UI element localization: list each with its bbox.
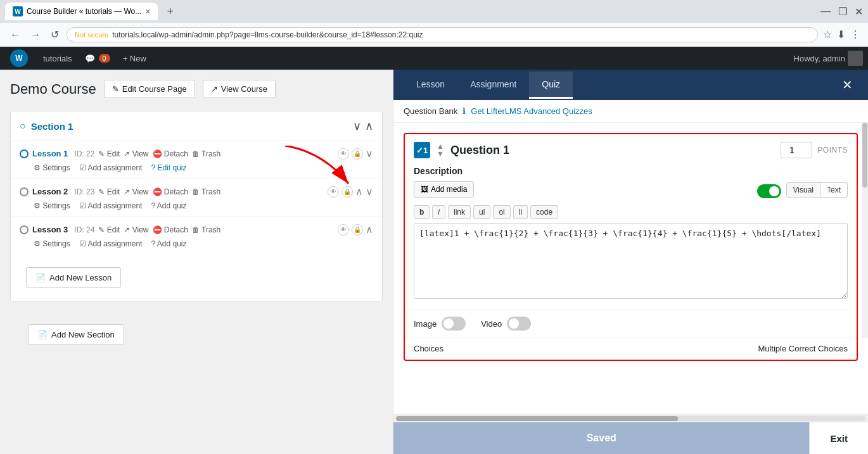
image-toggle[interactable] [442, 317, 466, 331]
address-input[interactable]: Not secure tutorials.local/wp-admin/admi… [67, 27, 818, 42]
wp-logo-item[interactable]: W [5, 47, 35, 70]
lesson-visibility-icon[interactable]: 👁 [328, 186, 339, 198]
section-collapse-icon[interactable]: ∨ [353, 119, 361, 133]
lesson-add-assignment-link[interactable]: ☑ Add assignment [79, 201, 143, 210]
lesson-detach-link[interactable]: ⛔ Detach [153, 225, 188, 234]
browser-tab[interactable]: W Course Builder « tutorials — Wo... × [5, 3, 158, 20]
visual-tab-button[interactable]: Visual [786, 182, 820, 198]
video-toggle[interactable] [507, 317, 531, 331]
tab-close-icon[interactable]: × [145, 6, 150, 16]
lesson-settings-link[interactable]: ⚙ Settings [34, 201, 70, 210]
view-course-button[interactable]: ↗ View Course [203, 80, 276, 98]
format-li-button[interactable]: li [513, 205, 528, 219]
choices-row: Choices Multiple Correct Choices [405, 337, 857, 360]
section-title[interactable]: Section 1 [31, 121, 348, 132]
lesson-trash-link[interactable]: 🗑 Trash [192, 149, 220, 158]
new-content-item[interactable]: + New [118, 47, 151, 70]
lesson-move-down-icon[interactable]: ∨ [366, 186, 373, 198]
back-button[interactable]: ← [8, 27, 23, 43]
get-advanced-quizzes-link[interactable]: Get LifterLMS Advanced Quizzes [471, 106, 592, 116]
tab-lesson[interactable]: Lesson [404, 72, 457, 99]
admin-avatar[interactable] [848, 51, 863, 66]
menu-icon[interactable]: ⋮ [850, 28, 860, 41]
horizontal-scrollbar[interactable] [393, 414, 868, 422]
lesson-add-quiz-link[interactable]: ? Add quiz [151, 201, 186, 210]
add-new-lesson-button[interactable]: 📄 Add New Lesson [26, 267, 121, 288]
exit-button[interactable]: Exit [809, 422, 868, 454]
lesson-view-link[interactable]: ↗ View [124, 149, 148, 158]
format-code-button[interactable]: code [530, 205, 558, 219]
star-icon[interactable]: ☆ [823, 28, 832, 41]
lesson-trash-link[interactable]: 🗑 Trash [192, 225, 220, 234]
tab-assignment[interactable]: Assignment [457, 72, 529, 99]
lesson-settings-link[interactable]: ⚙ Settings [34, 239, 70, 248]
new-tab-button[interactable]: + [162, 3, 179, 21]
maximize-icon[interactable]: ❐ [838, 6, 847, 18]
lesson-lock-icon[interactable]: 🔒 [352, 148, 363, 160]
right-scrollbar-track[interactable] [862, 123, 868, 338]
lesson-move-up-icon[interactable]: ∧ [366, 224, 373, 236]
browser-chrome: W Course Builder « tutorials — Wo... × +… [0, 0, 868, 23]
format-italic-button[interactable]: i [432, 205, 445, 219]
question-down-arrow[interactable]: ▼ [437, 150, 444, 158]
lesson-add-assignment-link[interactable]: ☑ Add assignment [79, 163, 143, 172]
section-collapse-up-icon[interactable]: ∧ [365, 119, 373, 133]
lesson-add-assignment-link[interactable]: ☑ Add assignment [79, 239, 143, 248]
lesson-name[interactable]: Lesson 2 [32, 187, 68, 196]
description-toggle[interactable] [757, 184, 781, 198]
lesson-settings-link[interactable]: ⚙ Settings [34, 163, 70, 172]
right-panel: Lesson Assignment Quiz ✕ Question Bank ℹ… [393, 70, 868, 454]
lesson-lock-icon[interactable]: 🔒 [341, 186, 353, 198]
lesson-visibility-icon[interactable]: 👁 [338, 224, 349, 236]
question-sort-arrows[interactable]: ▲ ▼ [437, 142, 444, 158]
lesson-edit-link[interactable]: ✎ Edit [98, 187, 120, 196]
lesson-edit-quiz-link[interactable]: ? Edit quiz [151, 163, 186, 172]
lesson-view-link[interactable]: ↗ View [124, 187, 148, 196]
text-tab-button[interactable]: Text [820, 182, 848, 198]
lesson-radio[interactable] [20, 149, 29, 158]
question-points-input[interactable] [781, 142, 812, 158]
lesson-detach-link[interactable]: ⛔ Detach [153, 187, 188, 196]
site-name-item[interactable]: tutorials [38, 47, 77, 70]
add-new-section-button[interactable]: 📄 Add New Section [28, 324, 124, 345]
format-link-button[interactable]: link [448, 205, 471, 219]
lesson-trash-link[interactable]: 🗑 Trash [192, 187, 220, 196]
video-option: Video [481, 317, 531, 331]
refresh-button[interactable]: ↺ [48, 26, 61, 43]
minimize-icon[interactable]: — [820, 6, 831, 18]
tab-quiz[interactable]: Quiz [529, 72, 573, 99]
download-icon[interactable]: ⬇ [837, 28, 845, 41]
forward-button[interactable]: → [28, 27, 43, 43]
course-header: Demo Course ✎ Edit Course Page ↗ View Co… [10, 80, 383, 98]
quiz-close-button[interactable]: ✕ [837, 75, 858, 95]
edit-course-page-button[interactable]: ✎ Edit Course Page [104, 80, 195, 98]
lesson-name[interactable]: Lesson 1 [32, 149, 68, 158]
lesson-move-up-icon[interactable]: ∧ [355, 186, 363, 198]
lesson-view-link[interactable]: ↗ View [124, 225, 148, 234]
lesson-id: ID: 23 [74, 187, 94, 196]
close-icon[interactable]: ✕ [855, 6, 863, 18]
lesson-move-down-icon[interactable]: ∨ [366, 148, 373, 160]
format-bold-button[interactable]: b [414, 205, 430, 219]
lesson-edit-link[interactable]: ✎ Edit [98, 225, 120, 234]
lesson-visibility-icon[interactable]: 👁 [338, 148, 349, 160]
right-scrollbar-thumb[interactable] [862, 123, 867, 187]
tab-title: Course Builder « tutorials — Wo... [27, 7, 141, 16]
format-ul-button[interactable]: ul [473, 205, 490, 219]
save-button[interactable]: Saved [393, 422, 809, 454]
description-label-row: Description [414, 166, 848, 176]
lesson-add-quiz-link[interactable]: ? Add quiz [151, 239, 186, 248]
format-ol-button[interactable]: ol [493, 205, 510, 219]
lesson-radio[interactable] [20, 225, 29, 234]
add-media-button[interactable]: 🖼 Add media [414, 181, 474, 198]
section-toggle-icon[interactable]: ○ [20, 120, 26, 132]
lesson-detach-link[interactable]: ⛔ Detach [153, 149, 188, 158]
lesson-lock-icon[interactable]: 🔒 [352, 224, 363, 236]
lesson-name[interactable]: Lesson 3 [32, 225, 68, 234]
lesson-edit-link[interactable]: ✎ Edit [98, 149, 120, 158]
question-content-textarea[interactable]: [latex]1 + \frac{1}{2} + \frac{1}{3} + \… [414, 223, 848, 299]
scrollbar-thumb[interactable] [396, 416, 678, 421]
section-header: ○ Section 1 ∨ ∧ [11, 111, 382, 141]
comments-item[interactable]: 💬 0 [80, 47, 115, 70]
lesson-radio[interactable] [20, 187, 29, 196]
